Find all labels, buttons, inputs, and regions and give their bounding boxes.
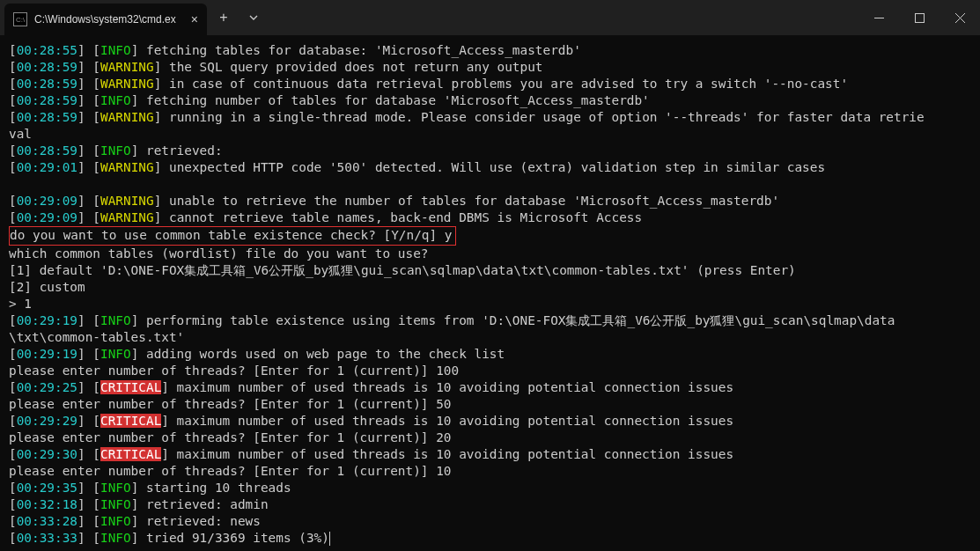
log-level: WARNING — [100, 60, 154, 74]
timestamp: 00:29:29 — [17, 414, 77, 428]
title-bar: C:\ C:\Windows\system32\cmd.ex × + — [0, 0, 980, 35]
log-line: please enter number of threads? [Enter f… — [9, 464, 452, 478]
log-level: CRITICAL — [100, 414, 161, 428]
log-level: WARNING — [100, 194, 154, 208]
timestamp: 00:29:30 — [17, 447, 77, 461]
log-level: INFO — [100, 143, 131, 158]
timestamp: 00:33:33 — [17, 531, 77, 545]
timestamp: 00:28:59 — [17, 60, 77, 74]
window-controls — [858, 0, 980, 35]
log-line: > 1 — [9, 297, 32, 311]
log-level: WARNING — [100, 110, 154, 124]
minimize-icon — [874, 13, 884, 23]
log-level: INFO — [100, 93, 131, 107]
new-tab-button[interactable]: + — [209, 4, 239, 31]
timestamp: 00:28:55 — [17, 43, 77, 57]
timestamp: 00:29:25 — [17, 380, 77, 394]
close-tab-button[interactable]: × — [191, 12, 198, 26]
log-line: please enter number of threads? [Enter f… — [9, 364, 459, 378]
log-level: INFO — [100, 347, 131, 361]
tab-dropdown-button[interactable] — [240, 4, 267, 31]
timestamp: 00:33:28 — [17, 514, 77, 528]
close-icon — [955, 13, 965, 23]
timestamp: 00:28:59 — [17, 110, 77, 124]
log-level: CRITICAL — [100, 380, 161, 394]
terminal-output[interactable]: [00:28:55] [INFO] fetching tables for da… — [0, 35, 980, 551]
maximize-button[interactable] — [899, 0, 939, 35]
log-level: INFO — [100, 514, 131, 528]
timestamp: 00:29:35 — [17, 481, 77, 495]
close-window-button[interactable] — [939, 0, 980, 35]
timestamp: 00:28:59 — [17, 77, 77, 91]
log-level: WARNING — [100, 210, 154, 224]
minimize-button[interactable] — [858, 0, 899, 35]
maximize-icon — [915, 13, 925, 23]
log-line: [2] custom — [9, 280, 85, 294]
log-level: INFO — [100, 531, 131, 545]
log-level: INFO — [100, 481, 131, 495]
timestamp: 00:29:09 — [17, 194, 77, 208]
chevron-down-icon — [249, 13, 258, 22]
log-level: CRITICAL — [100, 447, 161, 461]
timestamp: 00:28:59 — [17, 143, 77, 158]
terminal-tab[interactable]: C:\ C:\Windows\system32\cmd.ex × — [4, 4, 207, 35]
log-level: WARNING — [100, 77, 154, 91]
log-line: which common tables (wordlist) file do y… — [9, 246, 429, 261]
log-level: INFO — [100, 43, 131, 57]
svg-rect-0 — [915, 13, 924, 22]
timestamp: 00:29:19 — [17, 347, 77, 361]
log-line: val — [9, 127, 32, 141]
log-line: please enter number of threads? [Enter f… — [9, 430, 452, 444]
tab-title: C:\Windows\system32\cmd.ex — [34, 13, 184, 26]
log-line: \txt\common-tables.txt' — [9, 330, 184, 344]
timestamp: 00:28:59 — [17, 93, 77, 107]
timestamp: 00:29:19 — [17, 313, 77, 327]
log-line: [1] default 'D:\ONE-FOX集成工具箱_V6公开版_by狐狸\… — [9, 263, 796, 277]
timestamp: 00:29:01 — [17, 160, 77, 174]
log-level: INFO — [100, 497, 131, 511]
cmd-icon: C:\ — [13, 12, 27, 26]
timestamp: 00:32:18 — [17, 497, 77, 511]
cursor — [329, 532, 330, 546]
log-level: WARNING — [100, 160, 154, 174]
prompt-highlight: do you want to use common table existenc… — [9, 226, 456, 246]
log-line: please enter number of threads? [Enter f… — [9, 397, 452, 411]
log-level: INFO — [100, 313, 131, 327]
timestamp: 00:29:09 — [17, 210, 77, 224]
